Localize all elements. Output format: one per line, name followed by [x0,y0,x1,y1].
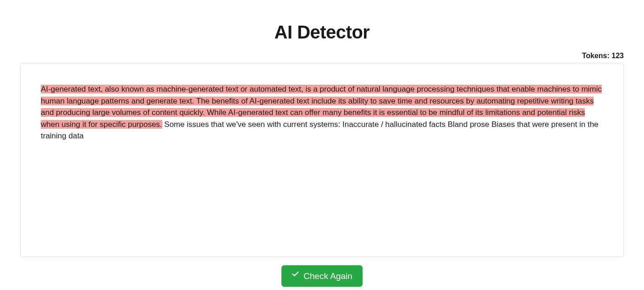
page-title: AI Detector [20,22,624,43]
result-box: AI-generated text, also known as machine… [20,63,624,257]
tokens-label: Tokens: [582,52,610,60]
check-again-button[interactable]: Check Again [281,265,363,287]
check-again-label: Check Again [303,271,352,281]
tokens-value: 123 [611,52,624,60]
tokens-counter: Tokens: 123 [20,52,624,60]
result-text: AI-generated text, also known as machine… [41,83,603,142]
check-icon [292,271,300,281]
